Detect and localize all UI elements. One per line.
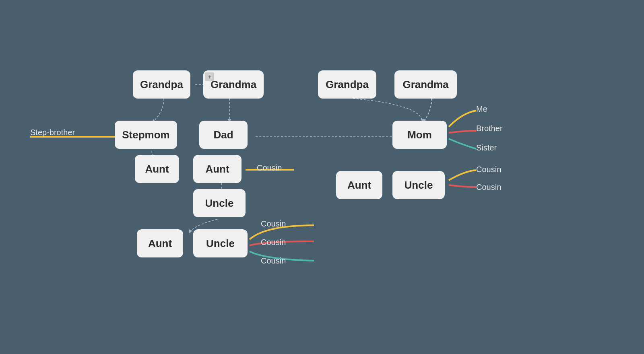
cousin-uncle2-3-label: Cousin (261, 256, 286, 266)
uncle-left-node[interactable]: Uncle (193, 189, 246, 217)
grandma-left-label: Grandma (211, 78, 256, 91)
aunt-left1-node[interactable]: Aunt (135, 155, 179, 183)
mom-node[interactable]: Mom (392, 121, 447, 149)
aunt-left2-label: Aunt (205, 163, 229, 175)
cousin-uncle-r2-label: Cousin (476, 183, 501, 192)
cousin-uncle2-2-label: Cousin (261, 238, 286, 247)
aunt-left3-label: Aunt (148, 237, 172, 250)
me-label: Me (476, 105, 487, 114)
grandma-right-label: Grandma (402, 78, 448, 91)
aunt-left1-label: Aunt (145, 163, 169, 175)
uncle-right-node[interactable]: Uncle (392, 171, 445, 199)
grandma-left-node[interactable]: Grandma + (203, 70, 264, 99)
grandma-right-node[interactable]: Grandma (394, 70, 457, 99)
diagram-lines (0, 0, 644, 354)
stepmom-label: Stepmom (122, 129, 169, 141)
cousin-uncle2-1-label: Cousin (261, 219, 286, 228)
stepmom-node[interactable]: Stepmom (115, 121, 177, 149)
uncle-left2-node[interactable]: Uncle (193, 229, 248, 257)
uncle-left-label: Uncle (205, 197, 234, 210)
step-brother-label: Step-brother (30, 128, 75, 137)
dad-label: Dad (213, 129, 233, 141)
mom-label: Mom (407, 129, 432, 141)
dad-node[interactable]: Dad (199, 121, 248, 149)
grandpa-right-node[interactable]: Grandpa (318, 70, 376, 99)
brother-label: Brother (476, 124, 503, 133)
cousin-aunt2-label: Cousin (257, 163, 282, 173)
grandpa-left-label: Grandpa (140, 78, 183, 91)
grandpa-right-label: Grandpa (326, 78, 369, 91)
aunt-right-node[interactable]: Aunt (336, 171, 382, 199)
cousin-uncle-r1-label: Cousin (476, 165, 501, 174)
uncle-left2-label: Uncle (206, 237, 235, 250)
aunt-right-label: Aunt (347, 179, 371, 191)
grandma-left-plus-icon: + (205, 72, 214, 81)
aunt-left2-node[interactable]: Aunt (193, 155, 242, 183)
sister-label: Sister (476, 143, 497, 152)
grandpa-left-node[interactable]: Grandpa (133, 70, 190, 99)
aunt-left3-node[interactable]: Aunt (137, 229, 183, 257)
uncle-right-label: Uncle (405, 179, 433, 191)
